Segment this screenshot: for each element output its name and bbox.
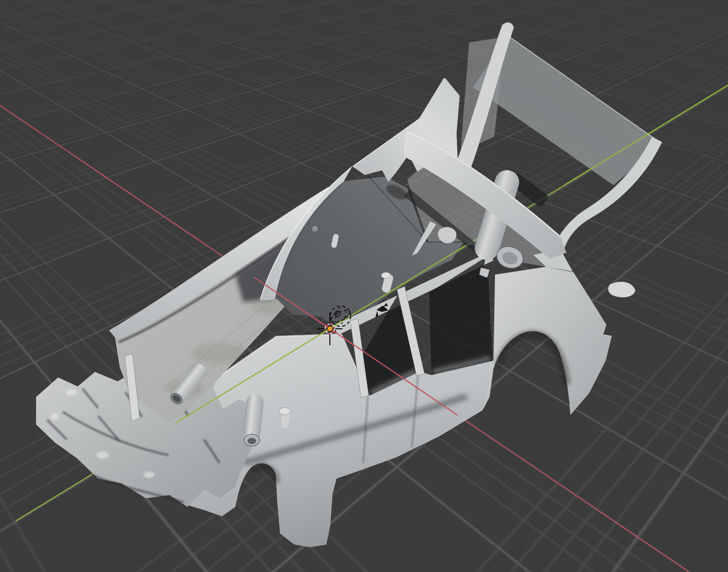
blender-3d-viewport[interactable] xyxy=(0,0,728,572)
front-wheel-arch-shadow xyxy=(253,466,277,483)
interior-bump xyxy=(312,226,318,232)
scanned-car-body-object[interactable] xyxy=(36,22,662,547)
scene-overlay xyxy=(0,0,728,572)
bumper-corner xyxy=(608,282,635,297)
object-origin-dot[interactable] xyxy=(328,326,332,331)
